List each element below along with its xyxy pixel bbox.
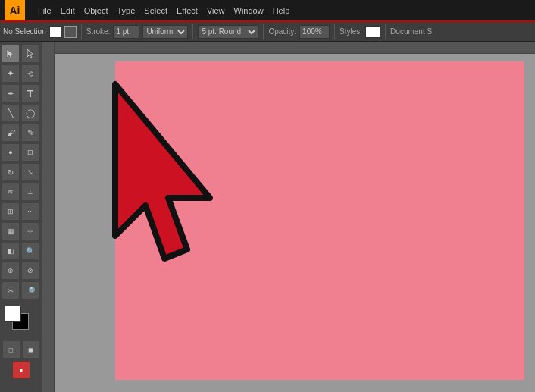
tools-panel: ✦ ⟲ ✒ T ╲ ◯ 🖌 ✎ <box>0 42 42 392</box>
ai-logo: Ai <box>5 0 25 20</box>
symbol-spray-tool[interactable]: ⋯ <box>21 202 39 221</box>
pencil-tool[interactable]: ✎ <box>21 124 39 142</box>
stroke-swatch[interactable] <box>64 26 77 38</box>
paintbrush-tool[interactable]: 🖌 <box>2 124 20 142</box>
blob-brush-tool[interactable]: ● <box>2 143 20 162</box>
cursor-arrow <box>100 77 267 289</box>
tool-row-11: ◧ 🔍 <box>2 242 40 260</box>
pen-tool[interactable]: ✒ <box>2 84 20 102</box>
lasso-tool[interactable]: ⟲ <box>21 64 39 83</box>
menu-type[interactable]: Type <box>114 5 139 17</box>
tool-row-4: ╲ ◯ <box>2 104 40 122</box>
column-chart-tool[interactable]: ▦ <box>2 222 20 240</box>
styles-swatch[interactable] <box>365 26 380 38</box>
tool-row-7: ↻ ⤡ <box>2 163 40 181</box>
tool-row-12: ⊕ ⊘ <box>2 262 40 280</box>
styles-label: Styles: <box>339 27 362 36</box>
menu-edit[interactable]: Edit <box>57 5 79 17</box>
menu-object[interactable]: Object <box>80 5 112 17</box>
quick-mask-mode[interactable]: ◼ <box>22 340 40 359</box>
separator4 <box>334 24 335 39</box>
menu-help[interactable]: Help <box>269 5 294 17</box>
type-tool[interactable]: T <box>21 84 39 102</box>
tool-row-2: ✦ ⟲ <box>2 64 40 83</box>
titlebar: Ai File Edit Object Type Select Effect V… <box>0 0 535 20</box>
opacity-label: Opacity: <box>268 27 296 36</box>
control-toolbar: No Selection Stroke: Uniform 5 pt. Round… <box>0 20 535 42</box>
mesh-tool[interactable]: ⊹ <box>21 222 39 240</box>
tool-row-10: ▦ ⊹ <box>2 222 40 240</box>
screen-mode-row: ■ <box>12 361 30 379</box>
canvas-area[interactable] <box>42 42 535 392</box>
scissors-tool[interactable]: ✂ <box>2 281 20 299</box>
view-mode-row: ◻ ◼ <box>2 340 40 359</box>
ruler-horizontal <box>42 42 535 54</box>
menu-effect[interactable]: Effect <box>173 5 202 17</box>
gradient-tool[interactable]: ◧ <box>2 242 20 260</box>
rotate-tool[interactable]: ↻ <box>2 163 20 181</box>
tool-row-5: 🖌 ✎ <box>2 124 40 142</box>
document-label: Document S <box>390 27 432 36</box>
menu-select[interactable]: Select <box>140 5 171 17</box>
tool-row-13: ✂ 🔎 <box>2 281 40 299</box>
tool-row-8: ≋ ⊥ <box>2 183 40 201</box>
menu-file[interactable]: File <box>34 5 55 17</box>
separator2 <box>192 24 193 39</box>
separator5 <box>385 24 386 39</box>
warp-tool[interactable]: ≋ <box>2 183 20 201</box>
tool-row-9: ⊞ ⋯ <box>2 202 40 221</box>
slice-tool[interactable]: ⊘ <box>21 262 39 280</box>
direct-select-tool[interactable] <box>21 45 39 63</box>
width-tool[interactable]: ⊥ <box>21 183 39 201</box>
selection-tool[interactable] <box>2 45 20 63</box>
scale-tool[interactable]: ⤡ <box>21 163 39 181</box>
foreground-swatch[interactable] <box>5 306 21 322</box>
line-tool[interactable]: ╲ <box>2 104 20 122</box>
normal-mode[interactable]: ◻ <box>2 340 20 359</box>
selection-info: No Selection <box>3 27 46 36</box>
fill-swatch[interactable] <box>49 26 61 38</box>
tool-row-6: ● ⊡ <box>2 143 40 162</box>
opacity-input[interactable] <box>299 25 330 39</box>
red-icon[interactable]: ■ <box>12 361 30 379</box>
menu-view[interactable]: View <box>203 5 229 17</box>
eyedropper-tool[interactable]: 🔍 <box>21 242 39 260</box>
tool-row-1 <box>2 45 40 63</box>
blend-tool[interactable]: ⊕ <box>2 262 20 280</box>
separator3 <box>263 24 264 39</box>
zoom-tool[interactable]: 🔎 <box>21 281 39 299</box>
menu-bar: File Edit Object Type Select Effect View… <box>34 5 293 17</box>
ruler-vertical <box>42 42 55 392</box>
tools-bottom: ◻ ◼ ■ <box>2 340 40 379</box>
ellipse-tool[interactable]: ◯ <box>21 104 39 122</box>
canvas[interactable] <box>55 54 535 392</box>
stroke-label: Stroke: <box>86 27 111 36</box>
menu-window[interactable]: Window <box>230 5 268 17</box>
stroke-value-input[interactable] <box>113 25 139 39</box>
stroke-style-select[interactable]: Uniform <box>142 25 188 39</box>
eraser-tool[interactable]: ⊡ <box>21 143 39 162</box>
separator <box>81 24 82 39</box>
main-area: ✦ ⟲ ✒ T ╲ ◯ 🖌 ✎ <box>0 42 535 392</box>
tool-row-3: ✒ T <box>2 84 40 102</box>
color-swatches-area <box>2 306 40 336</box>
free-transform-tool[interactable]: ⊞ <box>2 202 20 221</box>
brush-select[interactable]: 5 pt. Round <box>198 25 258 39</box>
magic-wand-tool[interactable]: ✦ <box>2 64 20 83</box>
